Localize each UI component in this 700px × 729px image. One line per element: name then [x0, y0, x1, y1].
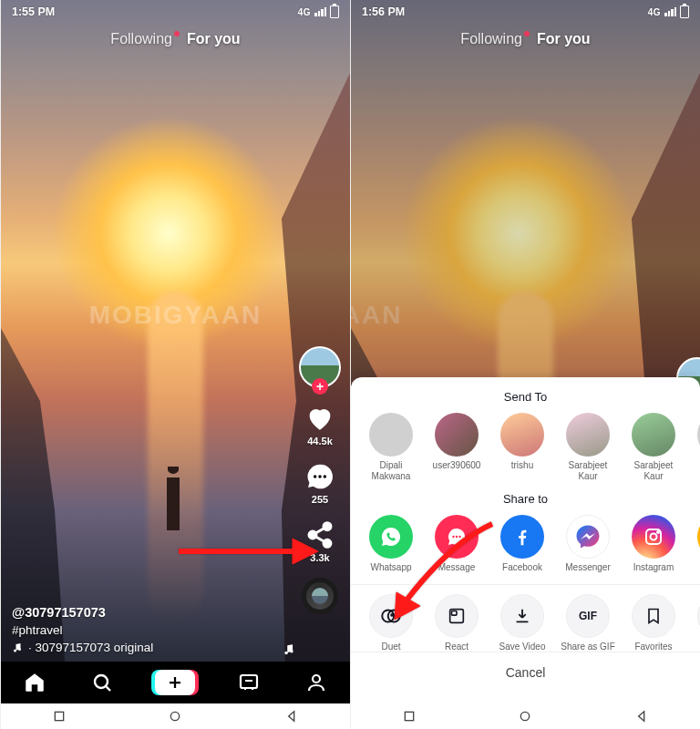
app-label: Facebook [502, 562, 542, 573]
svg-point-6 [284, 652, 288, 655]
action-favorites[interactable]: Favorites [624, 594, 683, 652]
contact-name: Sarabjeet Kaur [559, 460, 617, 481]
contact-name: Dipali Makwana [362, 460, 420, 481]
signal-icon [314, 7, 326, 16]
share-app-more[interactable]: Sto [690, 515, 700, 573]
sys-recent-icon[interactable] [402, 709, 417, 724]
sound-disc[interactable] [302, 578, 338, 614]
heart-icon [304, 403, 335, 434]
svg-point-18 [456, 536, 458, 538]
svg-point-22 [657, 531, 659, 533]
username[interactable]: @30797157073 [12, 605, 153, 620]
contacts-row[interactable]: Dipali Makwana user390600 trishu Sarabje… [351, 413, 700, 481]
author-avatar[interactable]: + [299, 346, 341, 388]
action-save-video[interactable]: Save Video [493, 594, 551, 652]
status-bar: 1:55 PM 4G [1, 0, 350, 24]
inbox-icon [238, 672, 260, 693]
contact-avatar-icon [500, 413, 544, 457]
svg-point-30 [521, 712, 530, 720]
nav-create[interactable] [155, 670, 195, 695]
sys-recent-icon[interactable] [52, 709, 67, 724]
svg-point-25 [391, 614, 393, 616]
clock: 1:56 PM [362, 5, 405, 18]
react-icon [435, 594, 479, 638]
apps-row[interactable]: Whatsapp Message Facebook Messenger Inst… [351, 515, 700, 573]
contact-avatar-icon [632, 413, 675, 457]
share-app-instagram[interactable]: Instagram [624, 515, 683, 573]
contact-item[interactable]: trishu [493, 413, 551, 481]
battery-icon [330, 5, 339, 18]
svg-point-2 [324, 475, 326, 477]
action-duet[interactable]: Duet [362, 594, 420, 652]
contact-item[interactable]: Sarabjeet Kaur [559, 413, 617, 481]
clock: 1:55 PM [12, 5, 55, 18]
signal-icon [664, 7, 676, 16]
share-button[interactable]: 3.3k [304, 519, 335, 563]
follow-plus-icon[interactable]: + [312, 378, 328, 395]
contact-item[interactable]: user390600 [427, 413, 486, 481]
svg-point-4 [309, 531, 316, 539]
music-icon [12, 642, 23, 653]
svg-point-21 [651, 534, 657, 540]
track-label: · 30797157073 original [28, 641, 153, 654]
share-sheet: Send To Dipali Makwana user390600 trishu… [351, 377, 700, 703]
share-to-header: Share to [351, 492, 700, 506]
like-button[interactable]: 44.5k [304, 403, 335, 447]
sys-home-icon[interactable] [518, 709, 532, 724]
cancel-label: Cancel [506, 665, 546, 680]
contact-name: Sarabjeet Kaur [624, 460, 683, 481]
action-react[interactable]: React [427, 594, 486, 652]
music-note-icon [283, 643, 295, 656]
tab-label: For you [537, 31, 591, 46]
search-icon [91, 672, 113, 693]
network-type: 4G [298, 7, 311, 17]
sys-back-icon[interactable] [634, 709, 649, 724]
action-label: React [445, 642, 468, 652]
screenshot-share-sheet: MOBIGYAAN 1:56 PM 4G Following For you S… [350, 0, 700, 729]
action-share-gif[interactable]: GIFShare as GIF [559, 594, 617, 652]
tab-following[interactable]: Following [460, 31, 522, 47]
svg-point-7 [290, 650, 293, 653]
share-app-facebook[interactable]: Facebook [493, 515, 551, 573]
nav-inbox[interactable] [235, 669, 262, 696]
nav-profile[interactable] [303, 669, 330, 696]
comment-button[interactable]: 255 [304, 461, 335, 505]
contact-avatar-icon [369, 413, 413, 457]
contact-item[interactable]: Dipali Makwana [362, 413, 420, 481]
app-label: Instagram [633, 562, 674, 573]
svg-point-8 [14, 649, 16, 652]
contact-item[interactable]: Ka Pa [690, 413, 700, 481]
comment-count: 255 [312, 494, 328, 505]
app-label: Whatsapp [370, 562, 411, 573]
facebook-icon [500, 515, 544, 559]
sys-home-icon[interactable] [168, 709, 182, 724]
contact-item[interactable]: Sarabjeet Kaur [624, 413, 683, 481]
share-app-whatsapp[interactable]: Whatsapp [362, 515, 420, 573]
share-app-messenger[interactable]: Messenger [559, 515, 617, 573]
share-app-message[interactable]: Message [427, 515, 486, 573]
actions-row[interactable]: Duet React Save Video GIFShare as GIF Fa… [351, 594, 700, 652]
contact-avatar-icon [435, 413, 479, 457]
duet-icon [369, 594, 413, 638]
svg-point-5 [324, 539, 331, 547]
cancel-button[interactable]: Cancel [351, 652, 700, 693]
nav-search[interactable] [88, 669, 116, 696]
tab-foryou[interactable]: For you [187, 31, 241, 47]
tab-foryou[interactable]: For you [537, 31, 591, 47]
network-type: 4G [648, 7, 661, 17]
nav-home[interactable] [21, 669, 48, 696]
svg-rect-13 [55, 712, 63, 720]
app-label: Messenger [565, 562, 610, 573]
comment-icon [304, 461, 335, 492]
svg-point-26 [396, 614, 397, 616]
feed-tabs: Following For you [351, 31, 700, 47]
action-more[interactable]: N inter [690, 594, 700, 652]
notification-dot [524, 31, 530, 36]
tab-following[interactable]: Following [110, 31, 172, 47]
hashtag[interactable]: #phtravel [12, 623, 153, 637]
svg-point-10 [95, 675, 108, 688]
track-row[interactable]: · 30797157073 original [12, 641, 153, 654]
screenshot-feed: MOBIGYAAN 1:55 PM 4G Following For you + [0, 0, 350, 729]
sys-back-icon[interactable] [284, 709, 299, 724]
divider [351, 584, 700, 585]
